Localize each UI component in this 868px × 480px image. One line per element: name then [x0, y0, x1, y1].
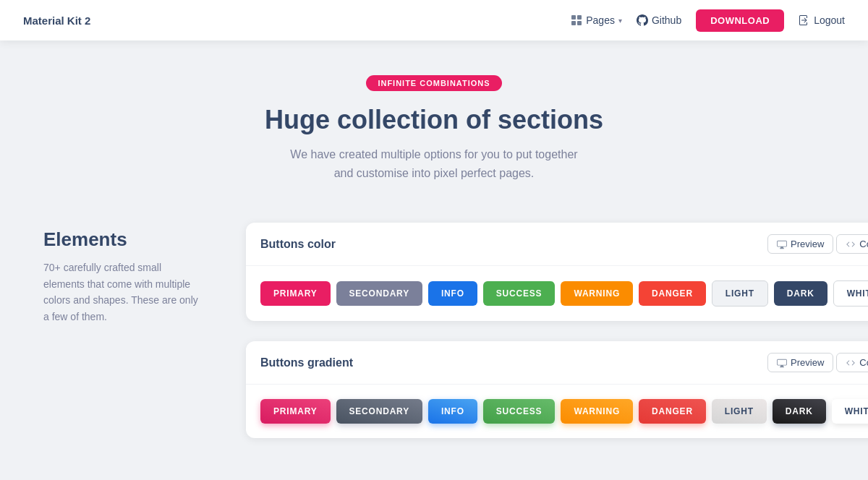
btn-success[interactable]: SUCCESS [483, 281, 556, 306]
grid-icon [571, 14, 582, 26]
cards-area: Buttons color Preview Code [246, 223, 868, 438]
card-title-buttons-color: Buttons color [260, 238, 336, 251]
buttons-row-color: PRIMARY SECONDARY INFO SUCCESS WARNING D… [260, 280, 868, 307]
navbar-brand: Material Kit 2 [23, 14, 90, 27]
code-label-color: Code [859, 239, 868, 249]
hero-section: INFINITE COMBINATIONS Huge collection of… [0, 40, 868, 205]
btn-gradient-dark[interactable]: DARK [773, 399, 826, 424]
navbar: Material Kit 2 Pages ▾ Github DOWNLOAD [0, 0, 868, 40]
btn-gradient-success[interactable]: SUCCESS [483, 399, 556, 424]
buttons-color-card: Buttons color Preview Code [246, 223, 868, 321]
btn-gradient-info[interactable]: INFO [428, 399, 477, 424]
btn-info[interactable]: INFO [428, 281, 477, 306]
svg-rect-0 [571, 15, 576, 20]
monitor-icon [777, 239, 787, 249]
btn-secondary[interactable]: SECONDARY [336, 281, 422, 306]
card-body-buttons-color[interactable]: PRIMARY SECONDARY INFO SUCCESS WARNING D… [246, 266, 868, 321]
btn-gradient-light[interactable]: LIGHT [712, 399, 767, 424]
btn-primary[interactable]: PRIMARY [260, 281, 331, 306]
sidebar-description: 70+ carefully crafted small elements tha… [43, 260, 203, 325]
btn-gradient-warning[interactable]: WARNING [561, 399, 633, 424]
btn-gradient-secondary[interactable]: SECONDARY [336, 399, 422, 424]
main-content: Elements 70+ carefully crafted small ele… [0, 205, 868, 455]
card-header-buttons-color: Buttons color Preview Code [246, 223, 868, 266]
btn-gradient-white[interactable]: WHITE [832, 399, 868, 424]
hero-badge: INFINITE COMBINATIONS [366, 75, 501, 91]
card-title-buttons-gradient: Buttons gradient [260, 356, 353, 369]
github-link[interactable]: Github [637, 14, 681, 26]
code-icon-gradient [846, 358, 856, 368]
btn-gradient-primary[interactable]: PRIMARY [260, 399, 331, 424]
svg-rect-2 [571, 21, 576, 25]
code-button-gradient[interactable]: Code [836, 353, 868, 372]
buttons-row-gradient: PRIMARY SECONDARY INFO SUCCESS WARNING D… [260, 399, 868, 424]
card-body-buttons-gradient[interactable]: PRIMARY SECONDARY INFO SUCCESS WARNING D… [246, 385, 868, 438]
btn-danger[interactable]: DANGER [639, 281, 706, 306]
code-icon [846, 239, 856, 249]
download-button[interactable]: DOWNLOAD [696, 9, 784, 32]
card-scroll-container-gradient: PRIMARY SECONDARY INFO SUCCESS WARNING D… [246, 385, 868, 438]
card-actions-buttons-color: Preview Code [767, 234, 868, 254]
buttons-gradient-card: Buttons gradient Preview Code [246, 341, 868, 438]
hero-title: Huge collection of sections [14, 104, 854, 135]
btn-warning[interactable]: WARNING [561, 281, 633, 306]
github-label: Github [652, 14, 681, 26]
hero-subtitle: We have created multiple options for you… [282, 145, 586, 182]
svg-rect-1 [577, 15, 582, 20]
github-icon [637, 14, 648, 26]
logout-label: Logout [814, 14, 845, 26]
card-scroll-container-color: PRIMARY SECONDARY INFO SUCCESS WARNING D… [246, 266, 868, 321]
btn-gradient-danger[interactable]: DANGER [639, 399, 706, 424]
card-actions-buttons-gradient: Preview Code [767, 353, 868, 372]
btn-light[interactable]: LIGHT [712, 280, 768, 307]
sidebar: Elements 70+ carefully crafted small ele… [43, 223, 203, 438]
card-header-buttons-gradient: Buttons gradient Preview Code [246, 341, 868, 385]
logout-link[interactable]: Logout [799, 14, 845, 26]
btn-dark[interactable]: DARK [774, 281, 827, 306]
chevron-down-icon: ▾ [618, 17, 622, 25]
navbar-right: Pages ▾ Github DOWNLOAD Logout [571, 9, 845, 32]
logout-icon [799, 14, 810, 26]
code-button-color[interactable]: Code [836, 234, 868, 254]
pages-label: Pages [586, 14, 615, 26]
preview-label-gradient: Preview [791, 357, 824, 368]
sidebar-title: Elements [43, 228, 203, 251]
preview-label-color: Preview [791, 239, 824, 249]
pages-nav-link[interactable]: Pages ▾ [571, 14, 622, 26]
btn-white[interactable]: WHITE [833, 280, 868, 307]
preview-button-color[interactable]: Preview [767, 234, 833, 254]
svg-rect-3 [577, 21, 582, 25]
code-label-gradient: Code [859, 357, 868, 368]
preview-button-gradient[interactable]: Preview [767, 353, 833, 372]
monitor-icon-gradient [777, 358, 787, 368]
